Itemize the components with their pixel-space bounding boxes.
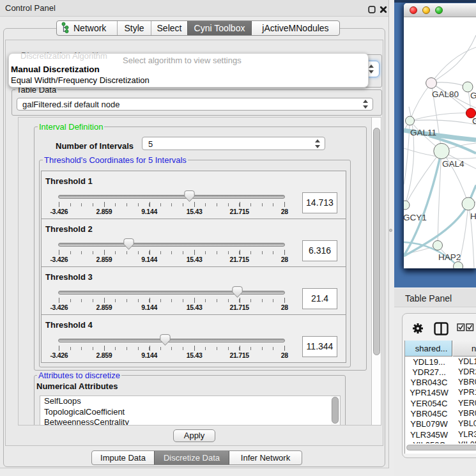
svg-text:GAL80: GAL80 [432, 89, 459, 99]
svg-text:HAP2: HAP2 [438, 252, 461, 262]
svg-text:GAL11: GAL11 [410, 128, 436, 137]
svg-text:GA: GA [470, 91, 476, 100]
svg-text:H: H [470, 211, 476, 221]
svg-text:GAL4: GAL4 [442, 159, 464, 169]
svg-text:C: C [472, 116, 476, 126]
svg-text:GCY1: GCY1 [404, 213, 427, 222]
